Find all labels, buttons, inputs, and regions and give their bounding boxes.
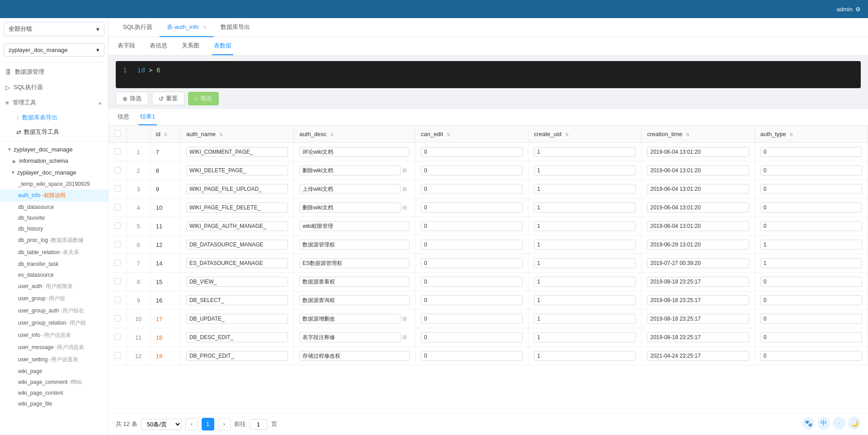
auth-type-input[interactable] [760, 277, 862, 287]
tree-item-user-info[interactable]: user_info -用户信息表 [0, 329, 108, 341]
th-create-uid[interactable]: create_uid ⇅ [528, 126, 642, 143]
row-checkbox[interactable] [114, 148, 121, 155]
sidebar-section-datasource[interactable]: 🗄 数据源管理 [0, 64, 108, 80]
tree-item-es-datasource[interactable]: es_datasource [0, 270, 108, 280]
can-edit-input[interactable] [421, 184, 523, 194]
auth-desc-input[interactable] [299, 295, 410, 305]
auth-type-input[interactable] [760, 314, 862, 324]
auth-name-input[interactable] [186, 277, 288, 287]
expand-btn[interactable]: ⊞ [402, 334, 407, 340]
tree-item-wiki-page[interactable]: wiki_page [0, 366, 108, 377]
sub-tab-info[interactable]: 表信息 [148, 37, 169, 55]
can-edit-input[interactable] [421, 203, 523, 213]
can-edit-input[interactable] [421, 351, 523, 361]
creation-time-input[interactable] [647, 277, 749, 287]
row-checkbox[interactable] [114, 222, 121, 229]
auth-type-input[interactable] [760, 221, 862, 231]
reset-button[interactable]: ↺ 重置 [152, 92, 184, 105]
create-uid-input[interactable] [534, 147, 636, 157]
row-checkbox[interactable] [114, 241, 121, 247]
tab-auth-info[interactable]: 表-auth_info × [160, 18, 213, 37]
sql-editor[interactable]: 1 id > 6 [116, 61, 861, 88]
auth-desc-input[interactable] [299, 165, 401, 175]
auth-type-input[interactable] [760, 147, 862, 157]
result-tab-info[interactable]: 信息 [116, 109, 131, 125]
expand-btn[interactable]: ⊞ [402, 186, 407, 192]
page-goto-input[interactable] [250, 419, 268, 430]
auth-desc-input[interactable] [299, 258, 410, 268]
sidebar-section-tools[interactable]: ≡ 管理工具 ▲ [0, 95, 108, 110]
can-edit-input[interactable] [421, 147, 523, 157]
settings-icon[interactable]: ⚙ [855, 6, 861, 13]
select-all-checkbox[interactable] [114, 130, 121, 137]
tree-item-user-group-auth[interactable]: user_group_auth -用户组在 [0, 305, 108, 317]
auth-type-input[interactable] [760, 332, 862, 342]
result-tab-result1[interactable]: 结果1 [138, 109, 157, 125]
creation-time-input[interactable] [647, 147, 749, 157]
chinese-button[interactable]: 中 [817, 417, 830, 430]
prev-page-button[interactable]: ‹ [185, 418, 198, 430]
creation-time-input[interactable] [647, 295, 749, 305]
tab-auth-info-close[interactable]: × [203, 18, 206, 37]
sidebar-item-db-export[interactable]: ↑ 数据库表导出 [0, 110, 108, 125]
tree-item-user-group[interactable]: user_group -用户组 [0, 293, 108, 305]
auth-name-input[interactable] [186, 165, 288, 175]
tree-item-user-message[interactable]: user_message -用户消息表 [0, 341, 108, 354]
row-checkbox[interactable] [114, 315, 121, 322]
row-checkbox[interactable] [114, 260, 121, 266]
auth-desc-input[interactable] [299, 221, 410, 231]
dot-button[interactable]: · [833, 417, 845, 430]
auth-desc-input[interactable] [299, 240, 410, 250]
creation-time-input[interactable] [647, 184, 749, 194]
expand-btn[interactable]: ⊞ [402, 204, 407, 211]
creation-time-input[interactable] [647, 258, 749, 268]
tree-item-db-proc-log[interactable]: db_proc_log -数据库函数修 [0, 234, 108, 246]
create-uid-input[interactable] [534, 277, 636, 287]
auth-type-input[interactable] [760, 295, 862, 305]
auth-type-input[interactable] [760, 258, 862, 268]
filter-button[interactable]: ⊕ 筛选 [116, 92, 148, 105]
th-can-edit[interactable]: can_edit ⇅ [415, 126, 528, 143]
create-uid-input[interactable] [534, 165, 636, 175]
th-auth-type[interactable]: auth_type ⇅ [755, 126, 868, 143]
sub-tab-data[interactable]: 表数据 [212, 37, 233, 55]
sidebar-section-sql[interactable]: ▷ SQL执行器 [0, 80, 108, 95]
tree-item-db-transfer-task[interactable]: db_transfer_task [0, 259, 108, 270]
can-edit-input[interactable] [421, 332, 523, 342]
creation-time-input[interactable] [647, 332, 749, 342]
auth-desc-input[interactable] [299, 203, 401, 213]
moon-button[interactable]: 🌙 [848, 417, 861, 430]
page-size-select[interactable]: 50条/页 100条/页 200条/页 [141, 419, 182, 430]
tree-root-main[interactable]: ▼ zyplayer_doc_manage [0, 143, 108, 156]
th-creation-time[interactable]: creation_time ⇅ [642, 126, 755, 143]
group-select[interactable]: 全部分组 ▾ [4, 22, 104, 36]
tree-child-information-schema[interactable]: ▶ information_schema [0, 156, 108, 166]
auth-name-input[interactable] [186, 184, 288, 194]
tree-item-auth-info[interactable]: auth_info -权限说明 [0, 189, 108, 202]
auth-type-input[interactable] [760, 240, 862, 250]
tree-item-db-favorite[interactable]: db_favorite [0, 213, 108, 223]
create-uid-input[interactable] [534, 240, 636, 250]
creation-time-input[interactable] [647, 351, 749, 361]
tree-item-wiki-page-file[interactable]: wiki_page_file [0, 398, 108, 409]
row-checkbox[interactable] [114, 278, 121, 284]
auth-name-input[interactable] [186, 203, 288, 213]
paw-icon-button[interactable]: 🐾 [802, 417, 815, 430]
create-uid-input[interactable] [534, 332, 636, 342]
auth-name-input[interactable] [186, 240, 288, 250]
row-checkbox[interactable] [114, 352, 121, 359]
auth-type-input[interactable] [760, 165, 862, 175]
expand-btn[interactable]: ⊞ [402, 167, 407, 174]
auth-type-input[interactable] [760, 351, 862, 361]
auth-name-input[interactable] [186, 147, 288, 157]
tree-item-user-group-relation[interactable]: user_group_relation -用户组 [0, 317, 108, 329]
tree-item-user-setting[interactable]: user_setting -用户设置表 [0, 354, 108, 366]
tree-item-db-datasource[interactable]: db_datasource [0, 202, 108, 213]
row-checkbox[interactable] [114, 204, 121, 210]
creation-time-input[interactable] [647, 240, 749, 250]
creation-time-input[interactable] [647, 314, 749, 324]
tree-root-zyplayer[interactable]: ▼ zyplayer_doc_manage [0, 166, 108, 179]
creation-time-input[interactable] [647, 165, 749, 175]
row-checkbox[interactable] [114, 334, 121, 340]
can-edit-input[interactable] [421, 165, 523, 175]
